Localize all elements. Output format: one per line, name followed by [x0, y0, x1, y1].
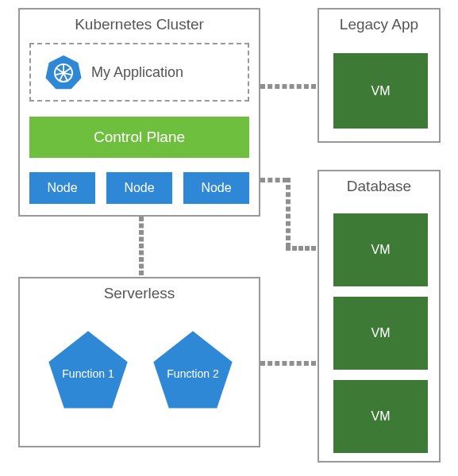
vm-label: VM: [371, 84, 391, 98]
function-label: Function 2: [167, 367, 218, 380]
legacy-app-title: Legacy App: [319, 10, 439, 41]
kubernetes-cluster-box: Kubernetes Cluster My Application C: [18, 8, 260, 217]
database-box: Database VM VM VM: [318, 170, 441, 463]
serverless-title: Serverless: [20, 278, 259, 310]
node-box: Node: [29, 172, 95, 204]
node-label: Node: [124, 181, 154, 195]
connector-cluster-database-seg2: [286, 178, 291, 248]
node-label: Node: [47, 181, 77, 195]
vm-label: VM: [371, 409, 391, 424]
connector-cluster-database-seg3: [286, 246, 316, 251]
legacy-app-box: Legacy App VM: [318, 8, 441, 143]
kubernetes-wheel-icon: [45, 54, 82, 90]
control-plane-label: Control Plane: [94, 129, 185, 146]
vm-label: VM: [371, 243, 391, 257]
vm-box: VM: [333, 297, 428, 370]
vm-box: VM: [333, 53, 428, 129]
connector-cluster-serverless: [139, 217, 144, 275]
nodes-row: Node Node Node: [29, 172, 249, 204]
function-label: Function 1: [62, 367, 114, 380]
vm-box: VM: [333, 213, 428, 286]
serverless-box: Serverless Function 1 Function 2: [18, 277, 260, 447]
function-pentagon: Function 1: [45, 328, 131, 413]
vm-box: VM: [333, 380, 428, 453]
kubernetes-cluster-title: Kubernetes Cluster: [20, 10, 259, 41]
connector-serverless-database: [260, 361, 316, 366]
node-box: Node: [106, 172, 172, 204]
database-title: Database: [319, 171, 439, 203]
control-plane-box: Control Plane: [29, 117, 249, 158]
node-box: Node: [183, 172, 249, 204]
my-application-box: My Application: [29, 43, 249, 102]
node-label: Node: [201, 181, 231, 195]
my-application-label: My Application: [91, 64, 183, 81]
connector-cluster-legacy: [260, 84, 316, 89]
vm-label: VM: [371, 326, 391, 340]
connector-cluster-database-seg1: [260, 178, 287, 182]
function-pentagon: Function 2: [150, 328, 236, 413]
